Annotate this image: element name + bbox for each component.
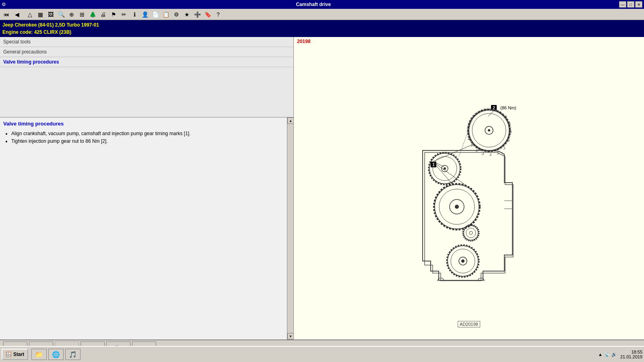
diagram-area: 2 (86 Nm): [294, 46, 644, 339]
content-panel: Valve timing procedures Align crankshaft…: [0, 117, 293, 339]
minimize-button[interactable]: —: [619, 1, 626, 8]
content-title: Valve timing procedures: [3, 121, 285, 127]
titlebar: ⚙ Camshaft drive — □ ✕: [0, 0, 644, 9]
content-inner: Valve timing procedures Align crankshaft…: [0, 117, 293, 149]
left-panel: Special tools General precautions Valve …: [0, 37, 294, 339]
tray-network-icon: 📡: [604, 352, 610, 357]
camshaft-diagram: 2 (86 Nm): [400, 104, 537, 281]
toolbar-person-button[interactable]: 👤: [140, 10, 150, 19]
toolbar-star-button[interactable]: ★: [182, 10, 192, 19]
toolbar-doc2-button[interactable]: 📋: [161, 10, 171, 19]
scroll-up-button[interactable]: ▲: [287, 117, 293, 124]
toolbar-plus-button[interactable]: ➕: [192, 10, 202, 19]
taskbar: 🪟 Start 📁 🌐 🎵 ▲ 📡 🔊 18:55 21.01.2019: [0, 346, 644, 362]
toolbar-info-button[interactable]: ℹ: [130, 10, 139, 19]
toolbar-target-button[interactable]: ⊕: [67, 10, 76, 19]
clock-time: 18:55: [620, 350, 642, 354]
vehicle-line1: Jeep Cherokee (84-01) 2,5D Turbo 1997-01: [2, 21, 642, 29]
media-icon: 🎵: [69, 351, 77, 358]
start-button[interactable]: 🪟 Start: [2, 349, 28, 360]
toolbar: ⏮ ◀ △ ▦ 🖼 🔍 ⊕ ⊞ 🌲 🖨 ⚑ ✏ ℹ 👤 📄 📋 ⚙ ★ ➕ 🔖 …: [0, 9, 644, 20]
nav-item-special-tools[interactable]: Special tools: [0, 37, 293, 47]
toolbar-flag-button[interactable]: ⚑: [109, 10, 118, 19]
toolbar-grid-button[interactable]: ▦: [35, 10, 45, 19]
toolbar-help-button[interactable]: ?: [213, 10, 223, 19]
content-scrollbar[interactable]: ▲ ▼: [287, 117, 293, 339]
close-button[interactable]: ✕: [635, 1, 642, 8]
taskbar-app-chrome[interactable]: 🌐: [48, 349, 64, 360]
svg-point-14: [444, 167, 446, 170]
maximize-button[interactable]: □: [627, 1, 634, 8]
taskbar-right: ▲ 📡 🔊 18:55 21.01.2019: [598, 350, 642, 359]
toolbar-first-button[interactable]: ⏮: [2, 10, 11, 19]
tray-speaker-icon: 🔊: [611, 352, 617, 357]
image-id-label: 20198: [294, 37, 644, 46]
content-list: Align crankshaft, vacuum pump, camshaft …: [11, 131, 285, 144]
main-area: Special tools General precautions Valve …: [0, 37, 644, 339]
windows-icon: 🪟: [6, 352, 12, 357]
window-title: Camshaft drive: [8, 2, 619, 7]
taskbar-app-media[interactable]: 🎵: [65, 349, 80, 360]
chrome-icon: 🌐: [52, 351, 60, 358]
system-tray: ▲ 📡 🔊: [598, 352, 617, 357]
vehicle-info-header: Jeep Cherokee (84-01) 2,5D Turbo 1997-01…: [0, 20, 644, 37]
explorer-icon: 📁: [35, 351, 43, 358]
app-icon: ⚙: [2, 2, 6, 7]
system-clock: 18:55 21.01.2019: [620, 350, 642, 359]
svg-point-25: [461, 259, 464, 263]
toolbar-triangle-button[interactable]: △: [25, 10, 35, 19]
clock-date: 21.01.2019: [620, 354, 642, 359]
tray-arrow-icon: ▲: [598, 352, 603, 357]
svg-text:(86 Nm): (86 Nm): [500, 105, 516, 110]
toolbar-prev-button[interactable]: ◀: [12, 10, 22, 19]
taskbar-app-explorer[interactable]: 📁: [31, 349, 47, 360]
toolbar-search-button[interactable]: 🔍: [56, 10, 66, 19]
svg-point-18: [455, 205, 459, 209]
taskbar-apps: 📁 🌐 🎵: [31, 349, 80, 360]
toolbar-image-button[interactable]: 🖼: [46, 10, 56, 19]
scroll-track[interactable]: [287, 124, 293, 333]
toolbar-bookmark-button[interactable]: 🔖: [203, 10, 213, 19]
window-controls: — □ ✕: [619, 1, 642, 8]
toolbar-grid2-button[interactable]: ⊞: [77, 10, 87, 19]
svg-point-10: [488, 129, 490, 132]
toolbar-tree-button[interactable]: 🌲: [88, 10, 97, 19]
toolbar-printer-button[interactable]: 🖨: [98, 10, 108, 19]
toolbar-doc1-button[interactable]: 📄: [151, 10, 160, 19]
toolbar-settings-button[interactable]: ⚙: [171, 10, 181, 19]
content-bullet-1: Align crankshaft, vacuum pump, camshaft …: [11, 131, 285, 136]
scroll-down-button[interactable]: ▼: [287, 333, 293, 339]
toolbar-edit-button[interactable]: ✏: [119, 10, 129, 19]
right-panel: 20198 2 (86 Nm): [294, 37, 644, 339]
start-label: Start: [13, 352, 24, 357]
nav-list: Special tools General precautions Valve …: [0, 37, 293, 117]
content-bullet-2: Tighten injection pump gear nut to 86 Nm…: [11, 138, 285, 144]
diagram-caption-label: AD20198: [458, 321, 480, 327]
nav-item-valve-timing[interactable]: Valve timing procedures: [0, 57, 293, 67]
nav-item-general-precautions[interactable]: General precautions: [0, 47, 293, 57]
vehicle-line2: Engine code: 425 CLIRX (23B): [2, 29, 642, 36]
